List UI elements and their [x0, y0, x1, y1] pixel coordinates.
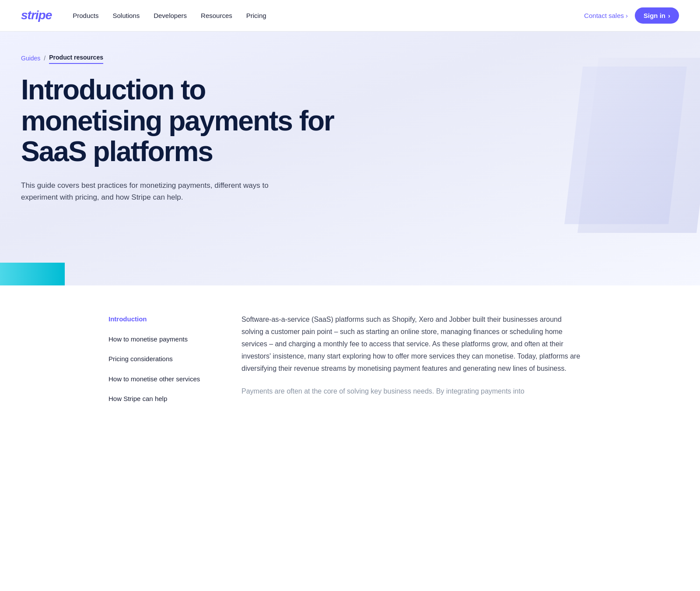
nav-products[interactable]: Products	[73, 12, 98, 19]
page-title: Introduction to monetising payments for …	[21, 74, 345, 167]
content-body: Software-as-a-service (SaaS) platforms s…	[242, 313, 583, 398]
nav-developers[interactable]: Developers	[154, 12, 187, 19]
sidebar-nav: Introduction How to monetise payments Pr…	[108, 313, 214, 405]
sidebar: Introduction How to monetise payments Pr…	[108, 313, 214, 408]
sign-in-button[interactable]: Sign in ›	[635, 7, 679, 24]
contact-sales-link[interactable]: Contact sales ›	[584, 11, 628, 21]
nav-links: Products Solutions Developers Resources …	[73, 10, 584, 21]
sidebar-item-monetise-other-services[interactable]: How to monetise other services	[108, 373, 214, 385]
shape-parallelogram-right	[578, 58, 700, 233]
nav-resources[interactable]: Resources	[201, 12, 232, 19]
breadcrumb: Guides / Product resources	[21, 53, 679, 64]
sidebar-item-introduction[interactable]: Introduction	[108, 313, 214, 325]
main-content-wrapper: Introduction How to monetise payments Pr…	[88, 285, 612, 436]
main-nav: stripe Products Solutions Developers Res…	[0, 0, 700, 32]
content-paragraph-2: Payments are often at the core of solvin…	[242, 385, 583, 398]
content-paragraph-1: Software-as-a-service (SaaS) platforms s…	[242, 313, 583, 375]
sidebar-item-pricing-considerations[interactable]: Pricing considerations	[108, 353, 214, 365]
nav-right: Contact sales › Sign in ›	[584, 7, 679, 24]
main-article: Software-as-a-service (SaaS) platforms s…	[242, 313, 583, 408]
shape-cyan-bar	[0, 263, 65, 285]
breadcrumb-separator: /	[44, 53, 46, 63]
shape-parallelogram-inner	[564, 67, 687, 224]
hero-section: Guides / Product resources Introduction …	[0, 32, 700, 285]
sidebar-item-stripe-help[interactable]: How Stripe can help	[108, 393, 214, 405]
hero-subtitle: This guide covers best practices for mon…	[21, 179, 275, 203]
stripe-logo[interactable]: stripe	[21, 6, 52, 25]
nav-pricing[interactable]: Pricing	[246, 12, 266, 19]
nav-solutions[interactable]: Solutions	[112, 12, 140, 19]
sidebar-item-monetise-payments[interactable]: How to monetise payments	[108, 334, 214, 345]
breadcrumb-current: Product resources	[49, 53, 103, 64]
hero-shapes	[481, 32, 700, 285]
breadcrumb-guides-link[interactable]: Guides	[21, 53, 40, 63]
